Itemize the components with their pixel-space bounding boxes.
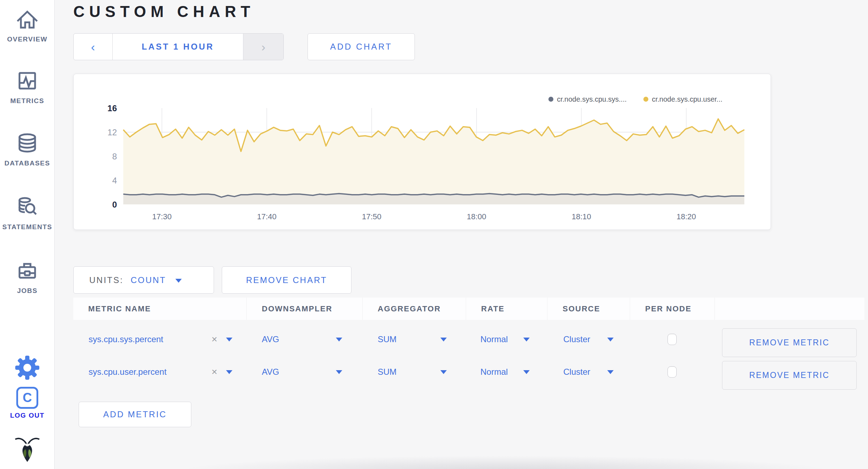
y-tick-label: 4 (112, 176, 117, 185)
statements-icon (15, 194, 40, 220)
sidebar-settings[interactable] (0, 355, 55, 384)
sidebar-item-overview[interactable]: OVERVIEW (0, 6, 55, 43)
chevron-down-icon (175, 279, 182, 283)
time-range-dropdown[interactable]: LAST 1 HOUR (113, 34, 243, 60)
source-select[interactable]: Cluster (563, 323, 590, 356)
metric-row-1: sys.cpu.sys.percent × AVG SUM Normal Clu… (0, 323, 868, 356)
sidebar-logout[interactable]: C LOG OUT (0, 387, 55, 419)
y-tick-label: 0 (112, 200, 117, 209)
chevron-right-icon: › (261, 40, 265, 54)
cockroach-logo (0, 435, 55, 468)
x-tick-label: 18:00 (467, 212, 486, 221)
time-range-prev-button[interactable]: ‹ (74, 34, 113, 60)
gear-icon (15, 355, 40, 380)
column-header-aggregator: AGGREGATOR (363, 298, 466, 320)
clear-metric-icon[interactable]: × (212, 323, 217, 356)
units-value: COUNT (131, 275, 166, 285)
time-range-selector: ‹ LAST 1 HOUR › (73, 33, 284, 60)
x-tick-label: 17:40 (257, 212, 276, 221)
chevron-left-icon: ‹ (91, 40, 95, 54)
column-header-per-node: PER NODE (630, 298, 714, 320)
x-tick-label: 18:10 (571, 212, 591, 221)
rate-caret[interactable] (523, 338, 530, 341)
column-header-source: SOURCE (548, 298, 630, 320)
y-tick-label: 8 (112, 152, 117, 161)
scroll-shadow (142, 448, 868, 469)
cockroach-bug-icon (14, 435, 41, 465)
units-dropdown[interactable]: UNITS: COUNT (73, 266, 214, 294)
downsampler-select[interactable]: AVG (262, 323, 279, 356)
logout-c-icon: C (16, 387, 38, 409)
source-caret[interactable] (607, 338, 614, 341)
sidebar: OVERVIEW METRICS DATABASES (0, 0, 55, 469)
add-metric-button[interactable]: ADD METRIC (79, 402, 191, 427)
add-chart-button[interactable]: ADD CHART (308, 33, 415, 60)
briefcase-icon (15, 258, 40, 283)
chart-card: cr.node.sys.cpu.sys.... cr.node.sys.cpu.… (73, 74, 771, 230)
y-tick-label: 16 (107, 103, 117, 113)
units-label: UNITS: (89, 275, 124, 285)
metric-name-input[interactable]: sys.cpu.sys.percent (89, 323, 163, 356)
remove-metric-button[interactable]: REMOVE METRIC (722, 361, 857, 390)
rate-select[interactable]: Normal (480, 323, 508, 356)
custom-chart-page: OVERVIEW METRICS DATABASES (0, 0, 868, 469)
sidebar-item-label: DATABASES (0, 159, 55, 167)
metric-dropdown-caret[interactable] (226, 338, 232, 341)
metric-dropdown-caret[interactable] (226, 370, 232, 374)
column-header-rate: RATE (466, 298, 547, 320)
column-header-downsampler: DOWNSAMPLER (247, 298, 362, 320)
per-node-checkbox[interactable] (667, 334, 677, 345)
database-icon (15, 130, 40, 156)
sidebar-item-label: JOBS (0, 287, 55, 295)
sidebar-item-metrics[interactable]: METRICS (0, 68, 55, 105)
y-tick-label: 12 (107, 128, 117, 137)
x-tick-label: 18:20 (676, 212, 696, 221)
aggregator-select[interactable]: SUM (378, 356, 396, 388)
per-node-checkbox[interactable] (667, 366, 677, 378)
rate-caret[interactable] (523, 370, 530, 374)
aggregator-caret[interactable] (440, 370, 447, 374)
metric-name-input[interactable]: sys.cpu.user.percent (89, 356, 167, 388)
logout-label: LOG OUT (0, 412, 55, 419)
source-select[interactable]: Cluster (563, 356, 590, 388)
x-tick-label: 17:30 (152, 212, 171, 221)
x-tick-label: 17:50 (362, 212, 381, 221)
time-range-next-button[interactable]: › (243, 34, 283, 60)
downsampler-caret[interactable] (336, 338, 342, 341)
downsampler-select[interactable]: AVG (262, 356, 279, 388)
column-header-actions (715, 298, 864, 320)
downsampler-caret[interactable] (336, 370, 342, 374)
rate-select[interactable]: Normal (480, 356, 508, 388)
source-caret[interactable] (607, 370, 614, 374)
sidebar-item-databases[interactable]: DATABASES (0, 130, 55, 167)
sidebar-item-statements[interactable]: STATEMENTS (0, 194, 55, 231)
page-title: CUSTOM CHART (73, 3, 255, 21)
remove-chart-button[interactable]: REMOVE CHART (222, 266, 351, 294)
logo-letter: C (23, 390, 32, 405)
clear-metric-icon[interactable]: × (212, 356, 217, 388)
sidebar-item-jobs[interactable]: JOBS (0, 258, 55, 295)
aggregator-select[interactable]: SUM (378, 323, 396, 356)
metrics-icon (15, 68, 40, 94)
timeseries-chart[interactable]: 048121617:3017:4017:5018:0018:1018:20 (74, 74, 771, 230)
sidebar-item-label: METRICS (0, 97, 55, 105)
sidebar-item-label: STATEMENTS (0, 223, 55, 231)
column-header-metric-name: METRIC NAME (73, 298, 246, 320)
remove-metric-button[interactable]: REMOVE METRIC (722, 328, 857, 357)
aggregator-caret[interactable] (440, 338, 447, 341)
metric-row-2: sys.cpu.user.percent × AVG SUM Normal Cl… (0, 356, 868, 388)
sidebar-item-label: OVERVIEW (0, 35, 55, 43)
home-icon (15, 6, 40, 32)
